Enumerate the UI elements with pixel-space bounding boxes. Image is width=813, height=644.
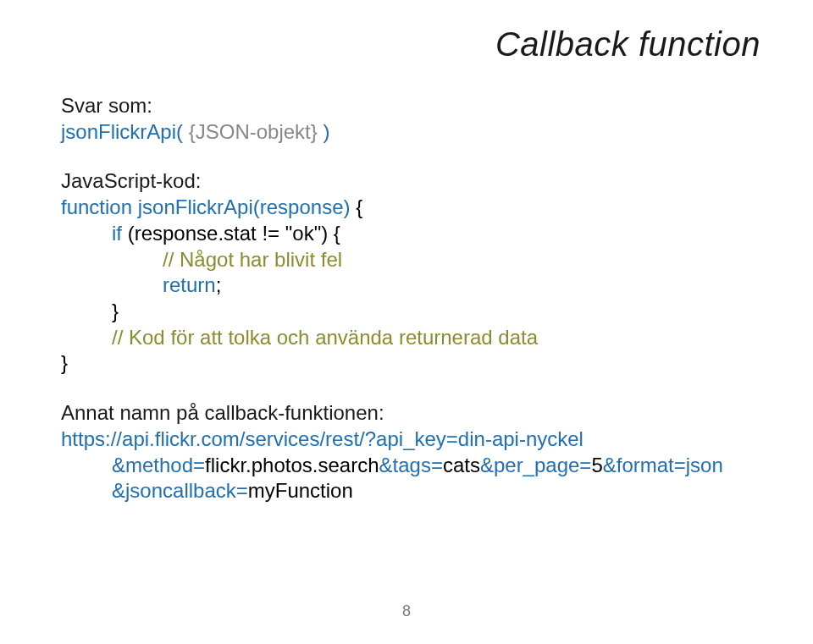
qp-val: myFunction: [248, 479, 353, 502]
open-brace: {: [350, 195, 362, 218]
open-brace: {: [328, 222, 340, 245]
fn-decl: function jsonFlickrApi(response): [61, 195, 350, 218]
fn-name: jsonFlickrApi(: [61, 120, 183, 143]
label-js: JavaScript-kod:: [61, 168, 723, 195]
url-line: &jsoncallback=myFunction: [61, 478, 723, 504]
qp-key: &method=: [112, 454, 205, 476]
slide-page: Callback function Svar som: jsonFlickrAp…: [0, 0, 813, 644]
label-annat: Annat namn på callback-funktionen:: [61, 400, 723, 427]
semicolon: ;: [216, 273, 222, 296]
code-line: function jsonFlickrApi(response) {: [61, 195, 723, 221]
qp-val: cats: [443, 454, 480, 476]
url-line: &method=flickr.photos.search&tags=cats&p…: [61, 453, 723, 479]
code-line: jsonFlickrApi( {JSON-objekt} ): [61, 119, 723, 146]
return-keyword: return: [163, 273, 216, 296]
slide-body: Svar som: jsonFlickrApi( {JSON-objekt} )…: [61, 93, 723, 504]
label-svar: Svar som:: [61, 93, 723, 119]
qp-key: &per_page=: [480, 454, 591, 476]
close-brace: }: [61, 299, 723, 325]
closing-paren: ): [323, 120, 329, 143]
if-keyword: if: [112, 222, 128, 245]
json-placeholder: {JSON-objekt}: [183, 120, 323, 143]
slide-title: Callback function: [495, 25, 760, 63]
comment-line: // Något har blivit fel: [61, 247, 723, 273]
qp-val: flickr.photos.search: [205, 454, 379, 476]
if-cond: (response.stat != "ok"): [128, 222, 328, 245]
code-line: if (response.stat != "ok") {: [61, 221, 723, 247]
qp-key: &jsoncallback=: [112, 479, 248, 502]
qp-key: &tags=: [379, 454, 443, 476]
qp-key: &format=json: [603, 454, 723, 476]
qp-val: 5: [591, 454, 602, 476]
comment-line: // Kod för att tolka och använda returne…: [61, 325, 723, 351]
page-number: 8: [402, 603, 411, 620]
url-line: https://api.flickr.com/services/rest/?ap…: [61, 427, 723, 453]
close-brace: }: [61, 350, 723, 377]
code-line: return;: [61, 272, 723, 299]
